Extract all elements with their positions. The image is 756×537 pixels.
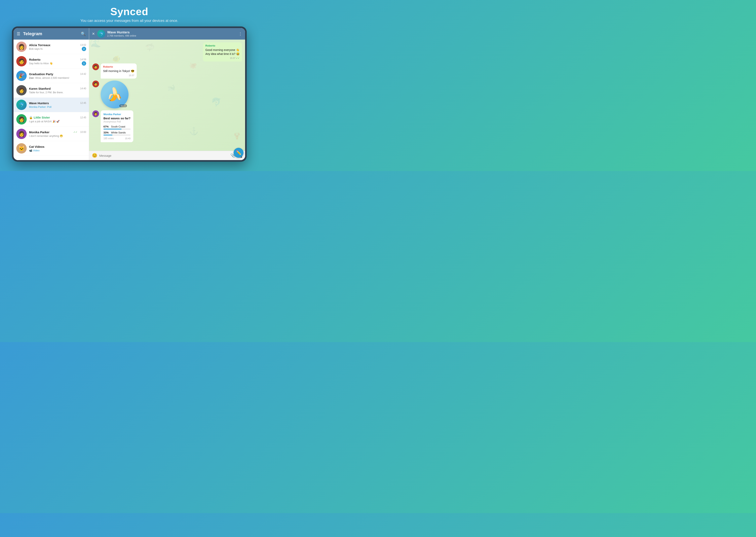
chat-name: 🔒 Little Sister: [29, 116, 50, 119]
chat-item-catvideos[interactable]: 🐱 Cat Videos 📹 Video: [14, 141, 89, 156]
message-text: Still morning in Tokyo! 😎: [103, 69, 134, 73]
chat-preview: 📹 Video: [29, 149, 86, 152]
device-inner: ☰ Telegram 🔍 👩 Alicia Torreaux 13:02: [14, 28, 245, 160]
chat-info: Graduation Party 14:42 Dan: Wow, almost …: [29, 72, 86, 79]
chat-info: Monika Parker ✓✓ 10:00 I don't remember …: [29, 131, 86, 138]
page-subtitle: You can access your messages from all yo…: [80, 19, 178, 23]
chat-name: Cat Videos: [29, 145, 44, 148]
chat-time: 14:42: [80, 73, 86, 75]
chat-time: 14:40: [80, 87, 86, 90]
chat-item-littlesister[interactable]: 👩 🔒 Little Sister 12:45 I got a job at N…: [14, 112, 89, 127]
chat-preview: Table for four, 2 PM. Be there.: [29, 91, 86, 94]
chat-preview: Monika Parker: Poll: [29, 105, 86, 108]
chat-preview: Dan: Wow, almost 2,500 members!: [29, 76, 86, 79]
poll-sender: Monika Parker: [104, 113, 131, 116]
chat-time: 12:45: [80, 116, 86, 119]
page-header: Synced You can access your messages from…: [80, 0, 178, 26]
poll-votes: 185 votes: [104, 137, 114, 140]
chat-preview: Bob says hi.: [29, 47, 86, 50]
sticker-duration: 00:22: [119, 104, 127, 107]
chat-list: 👩 Alicia Torreaux 13:02 Bob says hi. 2: [14, 40, 89, 160]
unread-badge: 2: [82, 47, 86, 51]
chat-header: ✕ 🐬 Wave Hunters 2,768 members, 496 onli…: [89, 28, 245, 40]
more-button[interactable]: ⋮: [238, 31, 242, 36]
message-row-1: Roberto Good morning everyone 👋Any idea …: [92, 42, 242, 62]
message-sender-right: Roberto: [205, 44, 239, 48]
message-avatar: 🧑: [92, 63, 99, 70]
poll-question: Best waves so far?: [104, 116, 131, 120]
avatar: 🐬: [16, 100, 27, 110]
sticker-avatar: 🧑: [92, 81, 99, 87]
chat-name: Wave Hunters: [29, 102, 49, 105]
sidebar: ☰ Telegram 🔍 👩 Alicia Torreaux 13:02: [14, 28, 89, 160]
chat-time: 14:59: [80, 58, 86, 61]
message-sender-left: Roberto: [103, 65, 134, 69]
chat-time: 13:02: [80, 44, 86, 46]
read-ticks: ✓✓: [73, 131, 77, 134]
emoji-button[interactable]: 😊: [92, 153, 97, 158]
chat-item-roberto[interactable]: 🧑 Roberto 14:59 Say hello to Alice 👋 1: [14, 54, 89, 69]
poll-bar-2: [104, 135, 112, 136]
chat-item-graduation[interactable]: 🎉 Graduation Party 14:42 Dan: Wow, almos…: [14, 69, 89, 83]
page-title: Synced: [80, 6, 178, 18]
chat-item-alicia[interactable]: 👩 Alicia Torreaux 13:02 Bob says hi. 2: [14, 40, 89, 54]
avatar: 👩: [16, 114, 27, 125]
message-time: 15:37: [129, 74, 134, 77]
chat-preview: I don't remember anything 😁: [29, 135, 86, 138]
message-bubble-right: Roberto Good morning everyone 👋Any idea …: [203, 42, 242, 62]
group-name: Wave Hunters: [107, 30, 238, 34]
group-avatar: 🐬: [97, 30, 105, 38]
chat-name: Karen Stanford: [29, 87, 51, 90]
chat-item-monika[interactable]: 👩 Monika Parker ✓✓ 10:00 I don't remembe…: [14, 127, 89, 141]
chat-info: Karen Stanford 14:40 Table for four, 2 P…: [29, 87, 86, 94]
chat-name: Roberto: [29, 58, 41, 61]
chat-time: 12:45: [80, 102, 86, 104]
chat-info: Roberto 14:59 Say hello to Alice 👋: [29, 58, 86, 65]
chat-name: Graduation Party: [29, 72, 53, 76]
search-icon[interactable]: 🔍: [81, 31, 86, 36]
avatar: 🐱: [16, 143, 27, 153]
message-ticks: ✓✓: [236, 57, 239, 60]
poll-option-1[interactable]: 67% South Coast: [104, 125, 131, 130]
avatar: 🎉: [16, 71, 27, 81]
message-bubble-left: Roberto Still morning in Tokyo! 😎 15:37: [101, 63, 137, 79]
chat-info: Alicia Torreaux 13:02 Bob says hi.: [29, 43, 86, 50]
close-button[interactable]: ✕: [92, 32, 95, 36]
poll-bubble: Monika Parker Best waves so far? Anonymo…: [101, 110, 133, 142]
poll-time: 15:43: [125, 137, 131, 140]
chat-info: Cat Videos 📹 Video: [29, 145, 86, 152]
chat-item-wavehunters[interactable]: 🐬 Wave Hunters 12:45 Monika Parker: Poll: [14, 98, 89, 112]
chat-area: 🌊 🐠 🦈 🐙 🐚 🦑 🐋 🐬 🌊 ⚓ 🦞 ✕ 🐬: [89, 28, 245, 160]
chat-name: Monika Parker: [29, 131, 50, 134]
compose-button[interactable]: ✏️: [233, 148, 243, 158]
sticker-message: 🍌 00:22: [101, 81, 129, 108]
avatar: 👩: [16, 85, 27, 96]
poll-type: Anonymous Poll: [104, 120, 131, 123]
chat-name: Alicia Torreaux: [29, 43, 50, 47]
app-title: Telegram: [23, 31, 81, 36]
poll-avatar: 👩: [92, 110, 99, 117]
poll-pct-2: 33%: [104, 131, 110, 134]
group-info: Wave Hunters 2,768 members, 496 online: [107, 30, 238, 37]
avatar: 🧑: [16, 56, 27, 66]
avatar: 👩: [16, 42, 27, 52]
unread-badge: 1: [82, 61, 86, 65]
message-text: Good morning everyone 👋Any idea what tim…: [205, 48, 239, 56]
message-row-2: 🧑 Roberto Still morning in Tokyo! 😎 15:3…: [92, 63, 242, 79]
menu-icon[interactable]: ☰: [17, 31, 20, 36]
message-row-sticker: 🧑 🍌 00:22: [92, 81, 242, 108]
chat-time: 10:00: [80, 131, 86, 134]
messages-area: Roberto Good morning everyone 👋Any idea …: [89, 40, 245, 151]
chat-item-karen[interactable]: 👩 Karen Stanford 14:40 Table for four, 2…: [14, 83, 89, 98]
poll-label-2: White Sands: [111, 131, 126, 134]
group-members: 2,768 members, 496 online: [107, 34, 238, 37]
app-container: ☰ Telegram 🔍 👩 Alicia Torreaux 13:02: [14, 28, 245, 160]
message-input[interactable]: [99, 154, 229, 157]
chat-info: Wave Hunters 12:45 Monika Parker: Poll: [29, 102, 86, 108]
chat-input-area: 😊 📎 📷: [89, 151, 245, 160]
chat-preview: I got a job at NASA! 🎉 🚀: [29, 120, 86, 123]
poll-pct-1: 67%: [104, 125, 110, 128]
poll-option-2[interactable]: 33% White Sands: [104, 131, 131, 136]
sidebar-header: ☰ Telegram 🔍: [14, 28, 89, 40]
device-frame: ☰ Telegram 🔍 👩 Alicia Torreaux 13:02: [12, 26, 247, 162]
